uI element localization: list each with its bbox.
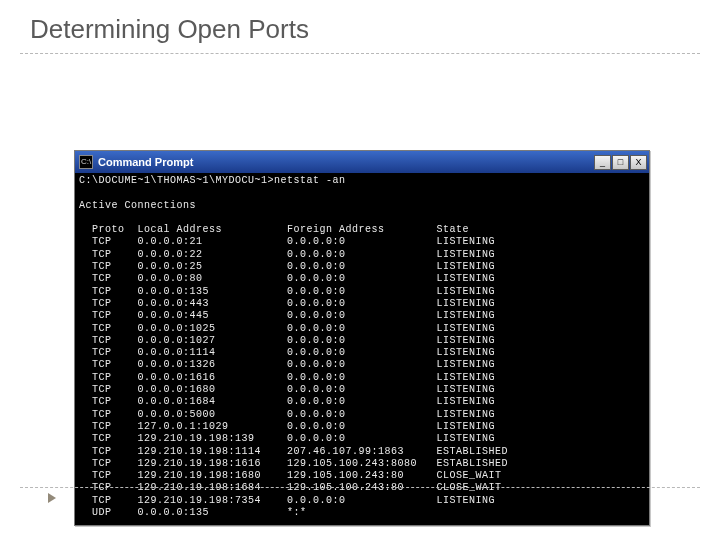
command-prompt-window: C:\ Command Prompt _ □ X C:\DOCUME~1\THO…: [74, 150, 650, 526]
divider-top: [20, 53, 700, 54]
maximize-button[interactable]: □: [612, 155, 629, 170]
slide-title: Determining Open Ports: [0, 0, 720, 53]
minimize-button[interactable]: _: [594, 155, 611, 170]
divider-bottom: [20, 487, 700, 488]
close-button[interactable]: X: [630, 155, 647, 170]
window-titlebar[interactable]: C:\ Command Prompt _ □ X: [75, 151, 649, 173]
window-controls: _ □ X: [594, 155, 647, 170]
cmd-icon: C:\: [79, 155, 93, 169]
terminal-output[interactable]: C:\DOCUME~1\THOMAS~1\MYDOCU~1>netstat -a…: [75, 173, 649, 525]
window-title: Command Prompt: [98, 156, 594, 168]
bullet-icon: [48, 493, 56, 503]
